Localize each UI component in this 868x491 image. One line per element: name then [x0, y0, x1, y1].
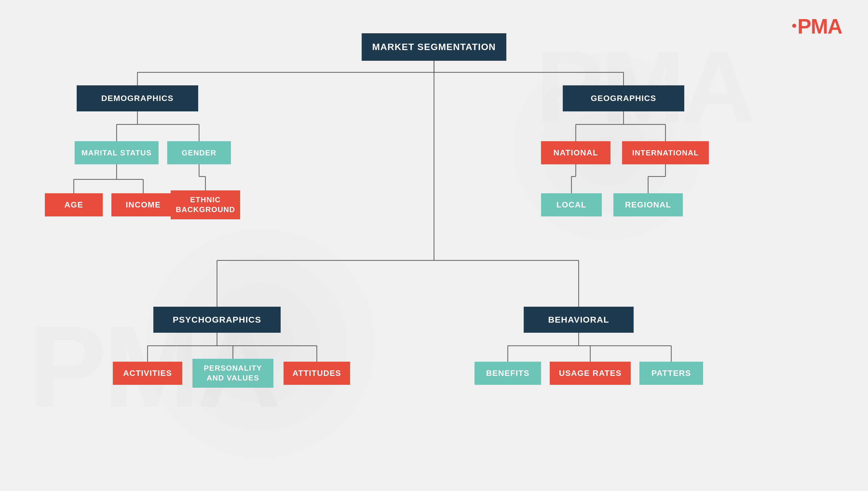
node-marital-status: MARITAL STATUS: [75, 141, 158, 164]
node-demographics: DEMOGRAPHICS: [77, 85, 198, 111]
page-container: PMA PMA PMA: [0, 0, 868, 491]
node-usage-rates: USAGE RATES: [550, 362, 631, 385]
node-activities: ACTIVITIES: [113, 362, 182, 385]
node-gender: GENDER: [167, 141, 231, 164]
node-age: AGE: [45, 193, 103, 216]
connector-lines: [0, 0, 868, 491]
node-benefits: BENEFITS: [474, 362, 541, 385]
pma-logo: PMA: [792, 15, 842, 38]
node-behavioral: BEHAVIORAL: [524, 307, 634, 333]
node-market-segmentation: MARKET SEGMENTATION: [361, 33, 507, 61]
node-personality-values: PERSONALITY AND VALUES: [193, 359, 273, 388]
node-attitudes: ATTITUDES: [284, 362, 350, 385]
node-geographics: GEOGRAPHICS: [563, 85, 684, 111]
node-regional: REGIONAL: [613, 193, 683, 216]
node-local: LOCAL: [541, 193, 602, 216]
node-income: INCOME: [111, 193, 175, 216]
node-national: NATIONAL: [541, 141, 610, 164]
node-international: INTERNATIONAL: [622, 141, 709, 164]
node-psychographics: PSYCHOGRAPHICS: [153, 307, 281, 333]
logo-dot: [792, 24, 796, 28]
node-ethnic-background: ETHNIC BACKGROUND: [171, 191, 240, 219]
node-patters: PATTERS: [639, 362, 703, 385]
